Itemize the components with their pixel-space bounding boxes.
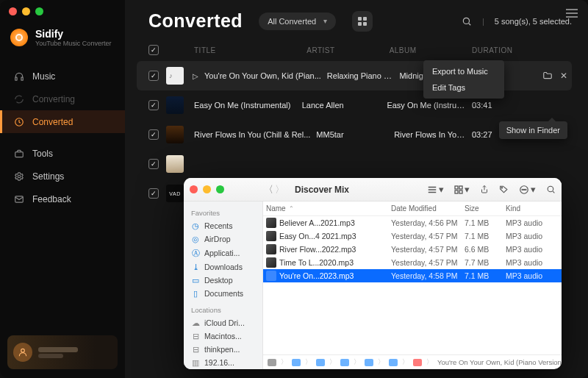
menu-icon[interactable] [566,9,578,18]
track-artist: MM5tar [316,130,394,139]
path-segment[interactable] [292,359,301,366]
svg-rect-11 [459,186,462,189]
finder-fullscreen-button[interactable] [216,185,224,193]
finder-sidebar-recents[interactable]: ◷Recents [184,219,262,232]
finder-sidebar: Favorites ◷Recents ◎AirDrop ⒶApplicati..… [184,202,263,369]
nav-music[interactable]: Music [0,65,125,88]
col-title[interactable]: TITLE [194,46,306,54]
path-segment[interactable] [340,359,349,366]
finder-sidebar-documents[interactable]: ▯Documents [184,287,262,300]
finder-sidebar-ip[interactable]: ▥192.16... [184,356,262,369]
finder-row[interactable]: Time To L...2020.mp3Yesterday, 4:57 PM7.… [263,256,562,269]
table-header: TITLE ARTIST ALBUM DURATION [137,42,572,61]
finder-col-date[interactable]: Date Modified [391,204,465,213]
finder-group-button[interactable]: ▾ [454,184,470,195]
row-checkbox[interactable] [148,188,159,199]
finder-sidebar-macintosh[interactable]: ⊟Macintos... [184,329,262,343]
finder-row[interactable]: River Flow...2022.mp3Yesterday, 4:57 PM6… [263,243,562,256]
nav-settings[interactable]: Settings [0,165,125,188]
ctx-edit-tags[interactable]: Edit Tags [423,79,504,96]
col-artist[interactable]: ARTIST [306,46,389,54]
track-title: You're On Your Own, Kid (Pian... [204,71,327,80]
finder-sidebar-icloud[interactable]: ☁iCloud Dri... [184,316,262,329]
minimize-window-button[interactable] [22,7,30,15]
svg-rect-1 [21,77,22,80]
divider: | [482,17,484,26]
nav-tools[interactable]: Tools [0,142,125,165]
table-row[interactable]: ▷ You're On Your Own, Kid (Pian... Relax… [137,61,572,90]
finder-col-kind[interactable]: Kind [506,204,556,213]
row-checkbox[interactable] [148,129,159,140]
close-window-button[interactable] [9,7,17,15]
finder-view-list-button[interactable]: ▾ [427,184,444,195]
svg-point-19 [548,186,553,192]
finder-sidebar-thinkpen[interactable]: ⊟thinkpen... [184,343,262,356]
svg-point-18 [526,189,526,190]
finder-close-button[interactable] [190,185,198,193]
finder-path-bar[interactable]: 〉 〉 〉 〉 〉 〉 〉 You're On Your Own, Kid (P… [263,354,562,369]
ctx-export-to-music[interactable]: Export to Music [423,63,504,79]
track-artist: Relaxing Piano Covers [327,71,400,80]
select-all-checkbox[interactable] [148,45,159,55]
finder-sidebar-applications[interactable]: ⒶApplicati... [184,246,262,260]
nav-converting[interactable]: Converting [0,88,125,110]
finder-row[interactable]: Easy On...4 2021.mp3Yesterday, 4:57 PM7.… [263,229,562,243]
finder-share-button[interactable] [480,185,489,194]
grid-icon [358,17,367,26]
finder-locations-heading: Locations [184,304,262,316]
path-segment[interactable] [389,359,398,366]
nav-feedback[interactable]: Feedback [0,188,125,210]
finder-forward-button[interactable]: 〉 [275,183,284,196]
nav-converted[interactable]: Converted [0,110,125,133]
finder-sidebar-airdrop[interactable]: ◎AirDrop [184,232,262,246]
finder-more-button[interactable]: ▾ [519,184,536,195]
svg-point-17 [523,189,524,190]
headphones-icon [13,71,24,82]
nav-label: Settings [32,171,64,182]
search-button[interactable] [462,16,472,26]
remove-button[interactable]: ✕ [560,71,567,81]
path-segment[interactable] [268,359,276,366]
svg-point-16 [522,189,523,190]
brand-title: Sidify [35,28,111,40]
fullscreen-window-button[interactable] [35,7,43,15]
row-checkbox[interactable] [148,159,159,169]
finder-file-list: Name⌃ Date Modified Size Kind Believer A… [263,202,562,369]
finder-back-button[interactable]: 〈 [264,183,273,196]
finder-sidebar-desktop[interactable]: ▭Desktop [184,274,262,287]
finder-minimize-button[interactable] [203,185,211,193]
path-segment[interactable] [316,359,325,366]
path-file[interactable]: You're On Your Own, Kid (Piano Version) … [437,358,562,366]
play-icon[interactable]: ▷ [193,72,198,80]
col-album[interactable]: ALBUM [390,46,472,54]
show-in-finder-button[interactable] [542,71,553,81]
sort-caret-icon: ⌃ [289,205,294,212]
filter-select[interactable]: All Converted ▾ [259,13,336,30]
chevron-down-icon: ▾ [323,17,327,25]
table-row[interactable]: Easy On Me (Instrumental) Lance Allen Ea… [137,90,572,120]
path-segment[interactable] [413,359,422,366]
finder-col-name[interactable]: Name⌃ [266,204,391,213]
album-art [166,96,184,114]
album-art [166,155,184,173]
finder-row[interactable]: Believer A...2021.mp3Yesterday, 4:56 PM7… [263,216,562,229]
finder-sidebar-downloads[interactable]: ⤓Downloads [184,260,262,274]
path-segment[interactable] [365,359,373,366]
finder-search-button[interactable] [546,185,556,194]
file-icon [266,231,276,241]
page-title: Converted [148,10,243,32]
apps-icon: Ⓐ [191,248,200,259]
finder-row[interactable]: You're On...2023.mp3Yesterday, 4:58 PM7.… [263,269,562,282]
row-checkbox[interactable] [148,71,159,81]
desktop-icon: ▭ [191,276,200,285]
view-grid-button[interactable] [352,11,373,32]
col-duration[interactable]: DURATION [472,46,523,54]
clock-icon: ◷ [191,221,200,231]
finder-tags-button[interactable] [499,185,509,194]
finder-titlebar: 〈 〉 Discover Mix ▾ ▾ ▾ [184,178,562,202]
finder-col-size[interactable]: Size [465,204,506,213]
table-row[interactable] [137,149,572,179]
row-checkbox[interactable] [148,100,159,110]
file-icon [266,271,276,281]
user-card[interactable] [7,335,118,369]
